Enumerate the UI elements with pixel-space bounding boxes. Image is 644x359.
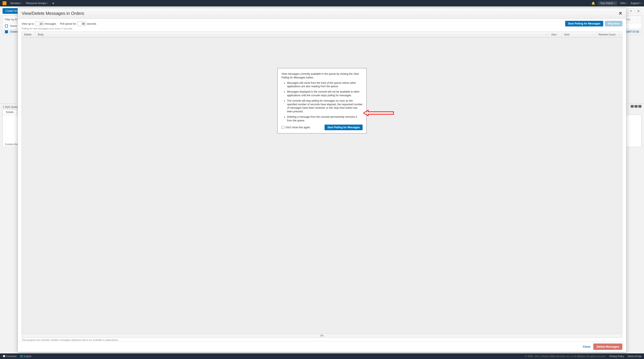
col-delete[interactable]: Delete <box>22 32 36 37</box>
start-polling-panel-button[interactable]: Start Polling for Messages <box>324 125 362 130</box>
info-bullet-2: Messages displayed in the console will n… <box>287 90 362 97</box>
col-sent[interactable]: Sent▾ <box>562 32 596 37</box>
dont-show-again-checkbox[interactable] <box>282 126 284 129</box>
close-icon[interactable]: ✕ <box>619 11 622 16</box>
col-body[interactable]: Body▾ <box>36 32 549 37</box>
info-bullet-4: Deleting a message from the console perm… <box>287 115 362 122</box>
col-size[interactable]: Size▾ <box>549 32 562 37</box>
annotation-arrow-icon <box>364 110 396 116</box>
polling-status-text: Polling for new messages once every 2 se… <box>18 27 626 32</box>
messages-unit-label: messages <box>44 22 56 25</box>
info-intro-a: View messages currently available in the… <box>282 72 353 75</box>
col-receive-label: Receive Count <box>598 33 616 36</box>
info-intro-b: button. <box>305 76 314 79</box>
info-bullet-3: The console will stop polling for messag… <box>287 99 362 113</box>
sort-icon: ▾ <box>557 34 558 36</box>
sort-icon: ▾ <box>546 34 547 36</box>
col-receive[interactable]: Receive Count▾ <box>596 32 622 37</box>
col-sent-label: Sent <box>564 33 570 36</box>
col-body-label: Body <box>38 33 44 36</box>
col-delete-label: Delete <box>24 33 32 36</box>
svg-marker-0 <box>364 110 394 116</box>
messages-table-header: Delete Body▾ Size▾ Sent▾ Receive Count▾ <box>22 32 622 38</box>
dont-show-again-label: Don't show this again. <box>286 126 310 129</box>
info-bullet-1: Messages will come from the front of the… <box>287 81 362 89</box>
modal-backdrop: View/Delete Messages in Orders ✕ View up… <box>0 0 644 147</box>
col-size-label: Size <box>551 33 556 36</box>
modal-controls: View up to: messages Poll queue for: sec… <box>18 19 626 27</box>
modal-header: View/Delete Messages in Orders ✕ <box>18 8 626 19</box>
stop-now-button[interactable]: Stop Now <box>605 21 622 27</box>
info-intro: View messages currently available in the… <box>282 72 362 80</box>
info-panel: View messages currently available in the… <box>277 68 367 133</box>
view-up-to-label: View up to: <box>22 22 34 25</box>
sort-icon: ▾ <box>593 34 594 36</box>
messages-table-body: View messages currently available in the… <box>22 38 622 147</box>
info-bullet-3em: Stop Now <box>334 106 345 109</box>
poll-for-label: Poll queue for: <box>60 22 77 25</box>
sort-icon: ▾ <box>619 34 620 36</box>
view-delete-messages-modal: View/Delete Messages in Orders ✕ View up… <box>18 8 626 147</box>
view-up-to-input[interactable] <box>35 22 44 26</box>
start-polling-button[interactable]: Start Polling for Messages <box>565 21 603 27</box>
seconds-unit-label: seconds <box>87 22 96 25</box>
modal-title: View/Delete Messages in Orders <box>22 11 84 16</box>
poll-for-input[interactable] <box>77 22 86 26</box>
